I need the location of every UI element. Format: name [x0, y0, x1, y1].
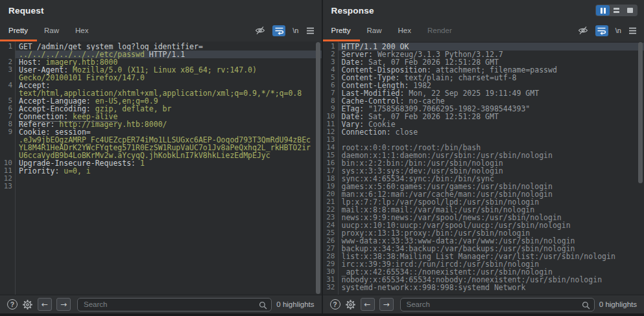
search-icon — [582, 300, 590, 312]
response-tabbar: PrettyRawHexRender \n — [323, 19, 644, 41]
line-number: 3 — [0, 66, 12, 74]
tab-hex[interactable]: Hex — [398, 27, 411, 34]
response-editor-toolbar: \n — [578, 25, 644, 36]
request-editor-toolbar: \n — [255, 25, 321, 36]
help-icon[interactable]: ? — [330, 299, 340, 310]
scrollbar-thumb[interactable] — [638, 42, 643, 183]
search-input[interactable] — [400, 298, 595, 311]
response-panel-header: Response — [323, 0, 644, 19]
tab-render[interactable]: Render — [427, 27, 452, 34]
code-row: 32systemd-network:x:998:998:systemd Netw… — [323, 284, 644, 291]
search-input[interactable] — [77, 298, 272, 311]
tab-raw[interactable]: Raw — [367, 27, 382, 34]
request-scrollbar[interactable] — [316, 42, 321, 294]
request-editor[interactable]: 1GET /admin/get_system_log?log_identifie… — [0, 41, 322, 295]
request-panel: Request PrettyRawHex \n — [0, 0, 322, 313]
next-match-button[interactable]: → — [379, 298, 394, 311]
tab-pretty[interactable]: Pretty — [331, 27, 351, 34]
line-number: 4 — [0, 82, 12, 89]
hide-nonprintable-icon[interactable] — [255, 26, 265, 35]
code-text: systemd-network:x:998:998:systemd Networ… — [342, 283, 526, 292]
line-number: 13 — [0, 183, 12, 190]
code-text: Priority: u=0, i — [19, 166, 91, 175]
stacked-layout-button[interactable] — [610, 5, 623, 16]
response-panel: Response PrettyRawHexRender \n — [323, 0, 644, 313]
search-settings-icon[interactable] — [345, 299, 356, 310]
editor-menu-icon[interactable] — [628, 27, 637, 34]
request-response-split: Request PrettyRawHex \n — [0, 0, 644, 313]
highlights-count: 0 highlights — [276, 300, 314, 308]
search-settings-icon[interactable] — [22, 299, 33, 310]
tab-raw[interactable]: Raw — [44, 27, 59, 34]
code-row: 11Priority: u=0, i — [0, 167, 322, 175]
response-panel-title: Response — [331, 6, 374, 16]
response-scrollbar[interactable] — [638, 42, 643, 294]
line-number: 1 — [0, 43, 12, 51]
request-panel-header: Request — [0, 0, 322, 19]
help-icon[interactable]: ? — [7, 299, 18, 310]
prev-match-button[interactable]: ← — [361, 298, 375, 311]
code-row: 13 — [0, 183, 322, 190]
response-search-box — [400, 298, 595, 311]
tab-pretty[interactable]: Pretty — [8, 27, 28, 34]
hide-nonprintable-icon[interactable] — [578, 26, 588, 35]
scrollbar-thumb[interactable] — [316, 42, 320, 294]
response-searchbar: ? ← → 0 highlights — [323, 295, 644, 313]
next-match-button[interactable]: → — [56, 298, 71, 311]
editor-menu-icon[interactable] — [306, 27, 315, 34]
line-number: 32 — [323, 284, 335, 291]
newline-marks-icon[interactable]: \n — [292, 27, 298, 34]
layout-toggle-group — [595, 5, 638, 16]
newline-marks-icon[interactable]: \n — [615, 27, 621, 34]
highlights-count: 0 highlights — [599, 300, 637, 308]
line-number: 9 — [0, 128, 12, 136]
burp-message-viewer: Request PrettyRawHex \n — [0, 0, 644, 316]
combined-layout-button[interactable] — [623, 5, 637, 16]
wrap-lines-icon[interactable] — [595, 25, 608, 36]
request-tabbar: PrettyRawHex \n — [0, 19, 322, 41]
request-code: 1GET /admin/get_system_log?log_identifie… — [0, 43, 322, 190]
prev-match-button[interactable]: ← — [38, 298, 52, 311]
response-code: 1HTTP/1.1 200 OK2Server: Werkzeug/3.1.3 … — [323, 43, 644, 291]
code-row: 12 — [0, 175, 322, 183]
request-panel-title: Request — [8, 6, 44, 16]
side-by-side-layout-button[interactable] — [596, 5, 610, 16]
request-search-box — [77, 298, 272, 311]
window-edge — [0, 313, 644, 316]
response-editor[interactable]: 1HTTP/1.1 200 OK2Server: Werkzeug/3.1.3 … — [323, 41, 644, 295]
search-icon — [259, 300, 267, 312]
request-tabs: PrettyRawHex — [0, 27, 89, 34]
tab-hex[interactable]: Hex — [75, 27, 88, 34]
response-tabs: PrettyRawHexRender — [323, 27, 452, 34]
code-text: Connection: close — [342, 128, 418, 137]
wrap-lines-icon[interactable] — [272, 25, 285, 36]
code-row: 12Connection: close — [323, 128, 644, 136]
request-searchbar: ? ← → 0 highlights — [0, 295, 322, 313]
